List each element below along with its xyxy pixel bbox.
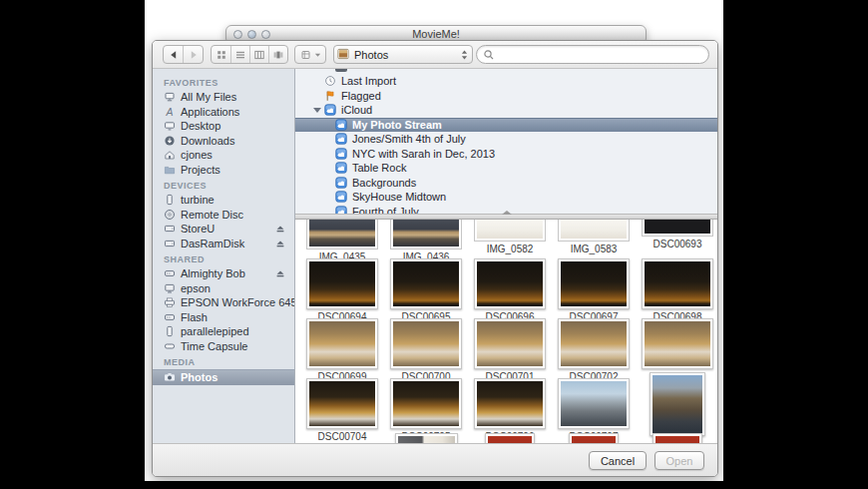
photo-thumbnail-dsc00706[interactable] xyxy=(474,378,546,429)
photo-thumbnail-dsc00703[interactable] xyxy=(642,318,713,369)
forward-button[interactable] xyxy=(183,46,203,63)
sidebar-section-header: FAVORITES xyxy=(153,74,294,90)
photo-image xyxy=(572,436,616,443)
search-input[interactable] xyxy=(498,48,702,62)
sidebar-item-time-capsule[interactable]: Time Capsule xyxy=(153,339,294,354)
album-row-skyhouse-midtown[interactable]: SkyHouse Midtown xyxy=(295,190,717,205)
last-import-icon xyxy=(324,75,336,87)
scrolled-row-sliver xyxy=(335,69,347,72)
search-field[interactable] xyxy=(476,45,709,64)
list-view-button[interactable] xyxy=(230,46,249,63)
album-row-table-rock[interactable]: Table Rock xyxy=(295,161,717,176)
photo-thumbnail-img_0582[interactable] xyxy=(474,220,546,242)
photo-thumbnail-img_0484[interactable] xyxy=(650,372,705,436)
album-row-my-photo-stream[interactable]: My Photo Stream xyxy=(295,118,717,133)
album-row-last-import[interactable]: Last Import xyxy=(295,74,717,89)
photo-image xyxy=(309,220,375,246)
sidebar-item-turbine[interactable]: turbine xyxy=(153,193,294,208)
sidebar-item-downloads[interactable]: Downloads xyxy=(153,134,294,149)
sidebar-item-photos[interactable]: Photos xyxy=(153,369,294,385)
arrange-button[interactable] xyxy=(295,46,325,63)
photo-thumbnail-img_0436[interactable] xyxy=(390,220,462,249)
photo-image xyxy=(477,261,543,306)
sidebar-item-almighty-bob[interactable]: Almighty Bob xyxy=(153,266,294,281)
album-row-nyc-with-sarah-in-dec-2013[interactable]: NYC with Sarah in Dec, 2013 xyxy=(295,147,717,162)
icon-view-button[interactable] xyxy=(212,46,230,63)
sidebar-item-storeu[interactable]: StoreU xyxy=(153,222,294,237)
open-button[interactable]: Open xyxy=(654,451,704,470)
sidebar-item-label: cjones xyxy=(181,149,213,161)
photo-thumbnail[interactable] xyxy=(395,433,458,443)
photo-grid-row xyxy=(300,433,717,443)
search-icon xyxy=(483,49,495,61)
sidebar-item-cjones[interactable]: cjones xyxy=(153,148,294,163)
photo-image xyxy=(393,381,459,426)
column-view-button[interactable] xyxy=(249,46,268,63)
album-row-flagged[interactable]: Flagged xyxy=(295,89,717,104)
album-row-backgrounds[interactable]: Backgrounds xyxy=(295,176,717,191)
downloads-icon xyxy=(164,135,176,147)
photo-thumbnail-dsc00704[interactable] xyxy=(306,378,378,429)
eject-button[interactable] xyxy=(274,223,286,237)
album-row-icloud[interactable]: iCloud xyxy=(295,103,717,118)
sidebar-item-remote-disc[interactable]: Remote Disc xyxy=(153,208,294,223)
photo-thumbnail-dsc00698[interactable] xyxy=(642,258,713,309)
sidebar-item-label: All My Files xyxy=(181,91,236,103)
photo-cell xyxy=(636,433,717,443)
photo-thumbnail[interactable] xyxy=(485,433,535,443)
eject-button[interactable] xyxy=(274,267,286,281)
album-label: NYC with Sarah in Dec, 2013 xyxy=(352,148,495,160)
media-popup[interactable]: Photos xyxy=(333,45,473,64)
album-label: Fourth of July xyxy=(352,206,419,214)
server-icon xyxy=(164,267,176,279)
sidebar-item-all-my-files[interactable]: All My Files xyxy=(153,90,294,105)
sidebar-item-dasramdisk[interactable]: DasRamDisk xyxy=(153,237,294,251)
back-arrow-icon xyxy=(168,49,180,61)
photo-thumbnail-dsc00707[interactable] xyxy=(558,378,630,429)
sidebar-item-epson[interactable]: epson xyxy=(153,281,294,296)
sidebar-item-flash[interactable]: Flash xyxy=(153,310,294,325)
photo-thumbnail-dsc00697[interactable] xyxy=(558,258,630,309)
dialog-footer: Cancel Open xyxy=(153,443,717,476)
disclosure-triangle-icon[interactable] xyxy=(313,108,321,113)
disc-icon xyxy=(164,209,176,221)
dropdown-arrow-icon xyxy=(314,49,321,61)
sidebar-item-epson-workforce-645[interactable]: EPSON WorkForce 645 xyxy=(153,295,294,310)
photo-thumbnail[interactable] xyxy=(569,433,619,443)
photo-thumbnail-dsc00693[interactable] xyxy=(642,220,713,237)
photo-thumbnail-dsc00695[interactable] xyxy=(390,258,462,309)
photo-thumbnail-dsc00700[interactable] xyxy=(390,318,462,369)
photo-cell: DSC00697 xyxy=(552,258,636,322)
photo-thumbnail-dsc00701[interactable] xyxy=(474,318,546,369)
sidebar-item-desktop[interactable]: Desktop xyxy=(153,119,294,134)
coverflow-view-icon xyxy=(272,49,284,61)
photo-image xyxy=(561,220,627,239)
sidebar-item-applications[interactable]: AApplications xyxy=(153,105,294,120)
photo-thumbnail-dsc00696[interactable] xyxy=(474,258,546,309)
photo-thumbnail-dsc00694[interactable] xyxy=(306,258,378,309)
sidebar-item-projects[interactable]: Projects xyxy=(153,163,294,178)
photo-image xyxy=(561,261,627,306)
photo-thumbnail-dsc00705[interactable] xyxy=(390,378,462,429)
album-row-jones-smith-4th-of-july[interactable]: Jones/Smith 4th of July xyxy=(295,132,717,147)
sidebar-item-parallelepiped[interactable]: parallelepiped xyxy=(153,324,294,339)
screenshot-stage: MovieMe! xyxy=(0,0,868,489)
photo-cell: DSC00700 xyxy=(384,318,468,382)
photo-thumbnail[interactable] xyxy=(652,433,702,443)
coverflow-view-button[interactable] xyxy=(268,46,287,63)
eject-button[interactable] xyxy=(274,238,286,251)
photo-thumbnail-dsc00702[interactable] xyxy=(558,318,630,369)
photo-image xyxy=(477,220,543,239)
main-pane: Last ImportFlaggediCloudMy Photo StreamJ… xyxy=(295,69,717,443)
photo-cell: DSC00695 xyxy=(384,258,468,322)
photo-stream-icon xyxy=(335,133,347,145)
photo-cell: DSC00696 xyxy=(468,258,552,322)
back-button[interactable] xyxy=(164,46,183,63)
sidebar-item-label: Desktop xyxy=(181,120,220,132)
photo-thumbnail-dsc00699[interactable] xyxy=(306,318,378,369)
photo-thumbnail-img_0435[interactable] xyxy=(306,220,378,249)
cancel-button[interactable]: Cancel xyxy=(589,451,647,470)
photo-cell: IMG_0436 xyxy=(384,220,468,262)
photo-thumbnail-img_0583[interactable] xyxy=(558,220,630,242)
photo-cell: DSC00701 xyxy=(468,318,552,382)
